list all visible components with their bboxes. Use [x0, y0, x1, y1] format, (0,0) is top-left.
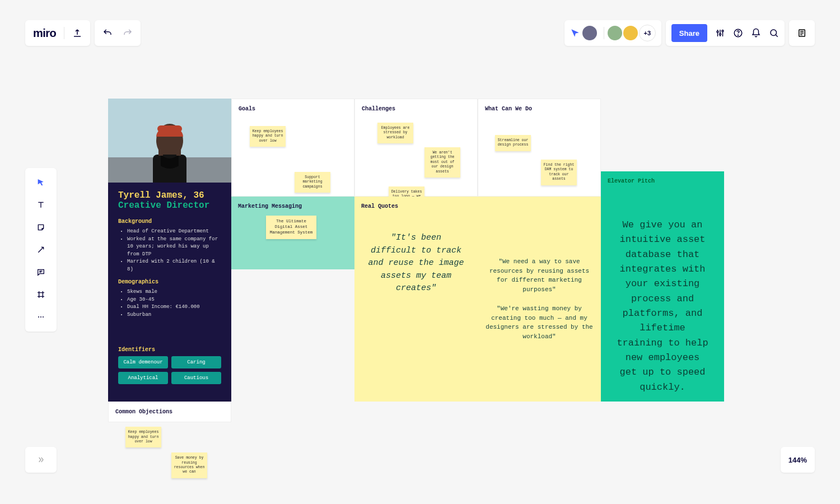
zoom-level[interactable]: 144%	[781, 447, 815, 473]
sticky-note[interactable]: Find the right DAM system to track our a…	[541, 160, 577, 185]
sticky-note[interactable]: We aren't getting the most out of our de…	[424, 147, 460, 178]
select-tool-icon[interactable]	[25, 171, 57, 194]
sticky-note[interactable]: The Ultimate Digital Asset Management Sy…	[266, 216, 316, 239]
more-tools-icon[interactable]	[25, 306, 57, 328]
panel-title: Common Objections	[115, 409, 224, 415]
panel-goals[interactable]: Goals Keep employees happy and turn over…	[231, 99, 354, 197]
tag[interactable]: Cautious	[171, 372, 221, 384]
panel-title: Challenges	[362, 106, 470, 112]
collaborators: +3	[564, 20, 661, 46]
persona-demographics-h: Demographics	[118, 279, 221, 285]
svg-point-0	[717, 31, 718, 32]
persona-background-list: Head of Creative Department Worked at th…	[118, 228, 221, 273]
main-menu-icon[interactable]	[789, 20, 815, 46]
persona-background-h: Background	[118, 218, 221, 225]
svg-point-4	[738, 35, 739, 35]
list-item: Head of Creative Department	[127, 228, 221, 236]
comment-tool-icon[interactable]	[25, 261, 57, 283]
panel-title: Real Quotes	[361, 203, 471, 209]
persona-role: Creative Director	[118, 200, 221, 211]
panel-title: What Can We Do	[485, 106, 594, 112]
notifications-icon[interactable]	[751, 28, 761, 38]
expand-panel-icon[interactable]	[25, 447, 57, 473]
list-item: Dual HH Income: €140.000	[127, 304, 221, 311]
panel-marketing[interactable]: Marketing Messaging The Ultimate Digital…	[231, 197, 354, 269]
persona-identifiers-h: Identifiers	[118, 347, 221, 353]
panel-objections[interactable]: Common Objections Keep employees happy a…	[108, 402, 231, 422]
help-icon[interactable]	[733, 28, 743, 38]
persona-card[interactable]: Tyrell James, 36 Creative Director Backg…	[108, 99, 231, 402]
avatar-more[interactable]: +3	[639, 25, 656, 41]
search-icon[interactable]	[769, 28, 779, 38]
list-item: Skews male	[127, 288, 221, 296]
history-controls	[95, 20, 141, 46]
sticky-note[interactable]: Employees are stressed by workload	[377, 123, 413, 143]
undo-icon[interactable]	[102, 28, 113, 38]
panel-elevator-pitch[interactable]: Elevator Pitch We give you an intuitive …	[601, 171, 724, 402]
tag[interactable]: Calm demenour	[118, 356, 168, 368]
list-item: Worked at the same company for 10 years;…	[127, 236, 221, 259]
sticky-note[interactable]: Streamline our design process	[495, 135, 531, 151]
list-item: Age 30-45	[127, 296, 221, 304]
svg-point-5	[771, 30, 777, 36]
tag[interactable]: Analytical	[118, 372, 168, 384]
list-item: Suburban	[127, 311, 221, 319]
quote: "We need a way to save resources by reus…	[486, 257, 593, 294]
svg-point-1	[720, 34, 721, 35]
svg-point-7	[38, 316, 39, 318]
redo-icon	[123, 28, 133, 38]
text-tool-icon[interactable]	[25, 194, 57, 216]
board-controls: Share	[666, 20, 785, 46]
svg-rect-11	[157, 125, 182, 132]
sticky-note[interactable]: Support marketing campaigns	[295, 172, 330, 193]
sticky-note[interactable]: Keep employees happy and turn over low	[125, 427, 161, 447]
export-icon[interactable]	[72, 28, 82, 38]
persona-name: Tyrell James, 36	[118, 190, 221, 200]
list-item: Married with 2 children (10 & 8)	[127, 258, 221, 273]
panel-title: Elevator Pitch	[608, 178, 717, 184]
panel-title: Marketing Messaging	[238, 203, 348, 209]
settings-icon[interactable]	[715, 28, 725, 38]
avatar[interactable]	[581, 25, 598, 41]
sticky-note[interactable]: Save money by reusing resources when we …	[171, 452, 207, 478]
arrow-tool-icon[interactable]	[25, 239, 57, 261]
svg-rect-14	[176, 144, 181, 156]
sticky-tool-icon[interactable]	[25, 216, 57, 239]
quote: "It's been difficult to track and reuse …	[361, 209, 471, 318]
panel-real-quotes-left[interactable]: Real Quotes "It's been difficult to trac…	[354, 197, 478, 402]
tag[interactable]: Caring	[171, 356, 221, 368]
cursor-follow-icon[interactable]	[570, 28, 580, 38]
quote: "We're wasting money by creating too muc…	[486, 304, 593, 341]
pitch-body: We give you an intuitive asset database …	[608, 184, 717, 395]
tool-toolbar	[25, 168, 57, 332]
panel-challenges[interactable]: Challenges Employees are stressed by wor…	[354, 99, 478, 197]
persona-photo	[108, 99, 231, 183]
share-button[interactable]: Share	[671, 24, 707, 42]
board-canvas[interactable]: Tyrell James, 36 Creative Director Backg…	[108, 99, 724, 407]
panel-real-quotes-right[interactable]: "We need a way to save resources by reus…	[478, 197, 601, 402]
svg-point-8	[40, 316, 41, 318]
panel-title: Goals	[239, 106, 347, 112]
avatar[interactable]	[606, 25, 623, 41]
board-header: miro	[25, 20, 90, 46]
panel-what-can-we-do[interactable]: What Can We Do Streamline our design pro…	[478, 99, 601, 197]
app-logo[interactable]: miro	[33, 27, 56, 40]
avatar[interactable]	[622, 25, 639, 41]
svg-rect-13	[158, 144, 163, 156]
svg-point-9	[43, 316, 44, 318]
frame-tool-icon[interactable]	[25, 283, 57, 306]
svg-point-2	[722, 30, 724, 32]
persona-demographics-list: Skews male Age 30-45 Dual HH Income: €14…	[118, 288, 221, 319]
sticky-note[interactable]: Keep employees happy and turn over low	[250, 126, 286, 147]
